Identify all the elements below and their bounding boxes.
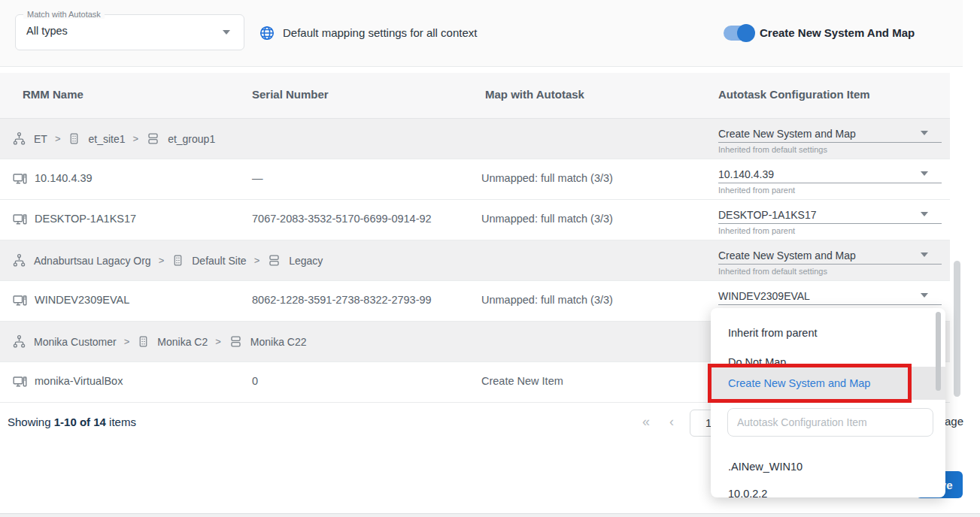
chevron-down-icon (921, 131, 928, 135)
serial-number: — (252, 172, 263, 184)
select-value: 10.140.4.39 (718, 167, 942, 183)
pagination-prev-button[interactable]: ‹ (669, 414, 674, 430)
device-name[interactable]: 10.140.4.39 (35, 172, 93, 184)
serial-number: 0 (252, 375, 258, 387)
serial-number: 8062-1228-3591-2738-8322-2793-99 (252, 294, 432, 306)
showing-suffix: items (109, 416, 136, 428)
option-inherit-from-parent[interactable]: Inherit from parent (711, 316, 945, 349)
select-helper-text: Inherited from default settings (718, 143, 942, 154)
org-name[interactable]: ET (34, 133, 47, 145)
group-name[interactable]: Legacy (289, 255, 323, 267)
col-serial-number: Serial Number (252, 88, 329, 101)
org-name[interactable]: Adnaburtsau Lagacy Org (34, 255, 151, 267)
config-item-option[interactable]: 10.0.2.2 (728, 488, 767, 497)
match-type-label: Match with Autotask (23, 10, 105, 19)
page: Match with Autotask All types Default ma… (0, 0, 980, 517)
select-value: DESKTOP-1A1KS17 (718, 207, 942, 224)
autotask-config-select-open[interactable]: WINDEV2309EVAL (718, 289, 942, 305)
select-helper-text: Inherited from default settings (718, 265, 942, 276)
device-name[interactable]: monika-VirtualBox (35, 375, 123, 387)
globe-icon (259, 25, 275, 41)
site-name[interactable]: Monika C2 (157, 336, 208, 348)
option-create-new-system-and-map[interactable]: Create New System and Map (711, 367, 945, 400)
showing-summary: Showing 1-10 of 14 items (8, 416, 136, 428)
breadcrumb-separator: > (159, 255, 165, 266)
group-icon (229, 334, 243, 349)
select-value: WINDEV2309EVAL (718, 289, 942, 305)
table-header: RMM Name Serial Number Map with Autotask… (0, 73, 950, 119)
autotask-config-select[interactable]: DESKTOP-1A1KS17 Inherited from parent (718, 207, 942, 235)
serial-number: 7067-2083-3532-5170-6699-0914-92 (252, 213, 432, 225)
map-status: Unmapped: full match (3/3) (481, 213, 613, 225)
map-status: Unmapped: full match (3/3) (481, 172, 613, 184)
match-type-value: All types (26, 25, 68, 37)
context-label: Default mapping settings for all context (283, 26, 477, 39)
map-status: Create New Item (481, 375, 563, 387)
device-icon (12, 171, 28, 187)
select-value: Create New System and Map (718, 248, 942, 265)
sitemap-icon (12, 132, 26, 146)
breadcrumb: Adnaburtsau Lagacy Org > Default Site > … (12, 253, 323, 268)
breadcrumb-separator: > (124, 336, 130, 347)
org-name[interactable]: Monika Customer (34, 336, 117, 348)
bottom-divider (0, 513, 980, 517)
sitemap-icon (12, 253, 26, 268)
group-icon (146, 132, 160, 146)
group-name[interactable]: Monika C22 (250, 336, 307, 348)
table-row: ET > et_site1 > et_group1 Create New Sys… (0, 119, 950, 159)
site-name[interactable]: Default Site (192, 255, 246, 267)
table-row: DESKTOP-1A1KS17 7067-2083-3532-5170-6699… (0, 200, 950, 240)
autotask-config-select[interactable]: Create New System and Map Inherited from… (718, 248, 942, 276)
showing-range: 1-10 of 14 (54, 416, 106, 428)
toggle-label: Create New System And Map (760, 26, 915, 39)
select-helper-text: Inherited from parent (718, 224, 942, 235)
col-rmm-name: RMM Name (23, 88, 83, 101)
table-row: 10.140.4.39 — Unmapped: full match (3/3)… (0, 159, 950, 200)
breadcrumb-separator: > (133, 133, 139, 144)
toggle-knob (737, 24, 755, 42)
map-status: Unmapped: full match (3/3) (481, 294, 613, 306)
device-name[interactable]: WINDEV2309EVAL (35, 294, 129, 306)
chevron-down-icon (921, 293, 928, 298)
select-value: Create New System and Map (718, 126, 942, 143)
building-icon (68, 132, 80, 146)
group-name[interactable]: et_group1 (168, 133, 215, 145)
device-icon (12, 293, 28, 309)
chevron-down-icon (921, 252, 928, 257)
per-page-label-fragment: age (945, 415, 963, 428)
chevron-down-icon (921, 212, 928, 216)
site-name[interactable]: et_site1 (88, 133, 125, 145)
config-item-option[interactable]: .AINew_WIN10 (728, 461, 803, 473)
autotask-config-select[interactable]: Create New System and Map Inherited from… (718, 126, 942, 154)
create-new-system-toggle[interactable] (724, 26, 752, 41)
table-row: Adnaburtsau Lagacy Org > Default Site > … (0, 240, 950, 281)
config-item-search-input[interactable] (727, 408, 933, 437)
building-icon (137, 334, 150, 349)
chevron-down-icon (223, 30, 230, 35)
page-scrollbar[interactable] (954, 261, 960, 397)
config-item-dropdown-panel: Inherit from parent Do Not Map Create Ne… (711, 308, 945, 497)
pagination-first-button[interactable]: « (642, 414, 650, 430)
dropdown-scrollbar[interactable] (936, 312, 941, 391)
autotask-config-select[interactable]: 10.140.4.39 Inherited from parent (718, 167, 942, 195)
col-autotask-config-item: Autotask Configuration Item (718, 88, 870, 101)
group-icon (267, 253, 281, 268)
select-helper-text: Inherited from parent (718, 183, 942, 195)
device-name[interactable]: DESKTOP-1A1KS17 (35, 213, 136, 225)
topbar: Match with Autotask All types Default ma… (0, 0, 963, 67)
breadcrumb: Monika Customer > Monika C2 > Monika C22 (12, 334, 307, 349)
breadcrumb-separator: > (215, 336, 221, 347)
device-icon (12, 212, 28, 228)
showing-prefix: Showing (8, 416, 51, 428)
breadcrumb-separator: > (254, 255, 260, 266)
device-icon (12, 374, 28, 390)
match-type-select[interactable]: Match with Autotask All types (15, 14, 244, 50)
breadcrumb: ET > et_site1 > et_group1 (12, 132, 215, 146)
building-icon (171, 253, 184, 268)
breadcrumb-separator: > (55, 133, 61, 144)
chevron-down-icon (921, 171, 928, 176)
sitemap-icon (12, 334, 26, 349)
col-map-with-autotask: Map with Autotask (485, 88, 584, 101)
